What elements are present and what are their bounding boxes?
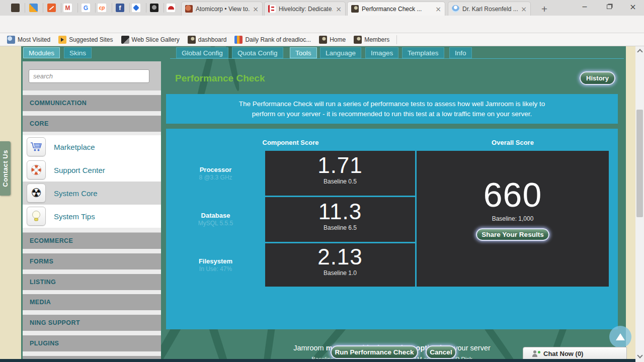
sidebar-gap [23,269,161,274]
cancel-button[interactable]: Cancel [426,345,456,359]
scrollbar-thumb[interactable] [636,110,643,217]
nav-tab-label: Info [455,49,466,57]
overall-score-header: Overall Score [417,139,609,146]
close-tab-icon[interactable]: × [521,6,527,13]
bookmark-daily-rank[interactable]: Daily Rank of dreadloc... [231,35,314,45]
new-tab-button[interactable]: + [537,3,551,15]
pinned-tab-transfer-icon[interactable] [132,4,140,12]
share-results-button[interactable]: Share Your Results [476,228,549,241]
contact-us-tab[interactable]: Contact Us [0,141,11,196]
tab-performance-check-active[interactable]: Performance Check ... × [347,2,445,16]
nav-tab-modules[interactable]: Modules [23,47,60,58]
nav-tab-label: Tools [295,49,311,57]
pinned-tab-facebook-icon[interactable]: f [116,4,124,12]
tab-dr-karl-rosenfeld[interactable]: Dr. Karl Rosenfeld ... × [448,2,531,16]
sidebar-section-ning-support[interactable]: NING SUPPORT [23,315,161,331]
close-icon: × [629,2,636,12]
tab-atomicorp[interactable]: Atomicorp • View to... × [181,2,263,16]
close-window-button[interactable]: × [622,0,644,13]
sidebar-section-plugins[interactable]: PLUGINS [23,335,161,351]
members-bookmark-icon [354,36,362,44]
run-performance-check-button[interactable]: Run Performance Check [331,345,418,359]
sidebar-section-communication[interactable]: COMMUNICATION [23,95,161,111]
minimize-button[interactable]: − [574,0,596,13]
blue-diamond [133,5,139,11]
processor-baseline: Baseline 0.5 [265,178,415,185]
sidebar-section-forms[interactable]: FORMS [23,253,161,269]
sidebar-section-core[interactable]: CORE [23,116,161,132]
close-tab-icon[interactable]: × [435,6,441,13]
row-sub-database: MySQL 5.5.5 [166,220,265,227]
close-tab-icon[interactable]: × [336,6,342,13]
red-shell-shape [168,6,174,10]
restore-button[interactable] [598,0,620,13]
nav-tab-label: Modules [29,49,54,57]
nav-underline [170,58,624,59]
nav-tab-language[interactable]: Language [320,47,361,58]
sidebar-item-system-tips[interactable]: System Tips [23,205,161,228]
suggested-sites-icon [58,36,66,44]
nav-tab-info[interactable]: Info [449,47,472,58]
nav-tab-global-config[interactable]: Global Config [176,47,228,58]
sidebar-gap [23,249,161,253]
nav-tab-quota-config[interactable]: Quota Config [232,47,283,58]
pinned-separator [164,3,164,13]
navigation-toolbar: ← https://www. dreadlockssite.com /core/… [0,16,644,33]
sidebar-search-input[interactable] [29,69,149,83]
sidebar-item-support-center[interactable]: Support Center [23,158,161,182]
bookmark-label: Daily Rank of dreadloc... [245,36,311,43]
sidebar-section-ecommerce[interactable]: ECOMMERCE [23,233,161,249]
nav-tab-tools[interactable]: Tools [290,47,317,58]
pinned-tab-sitemeter-icon[interactable] [47,4,56,12]
nav-tab-images[interactable]: Images [365,47,398,58]
score-box-filesystem: 2.13 Baseline 1.0 [265,243,415,287]
processor-score: 1.71 [265,153,415,178]
jamroom-site-favicon [351,5,359,13]
bookmarks-bar: Most Visited Suggested Sites Web Slice G… [0,33,644,46]
filesystem-baseline: Baseline 1.0 [265,269,415,277]
online-status-dot [538,351,540,353]
pinned-tab-google-icon[interactable]: G [82,4,90,12]
scrollbar-up-arrow[interactable] [635,47,644,54]
tab-hivelocity[interactable]: Hivelocity: Dedicate... × [264,2,346,16]
nav-tab-templates[interactable]: Templates [402,47,444,58]
atomicorp-favicon [185,5,193,13]
pinned-tab-adsense-icon[interactable] [29,4,38,12]
pinned-separator [146,3,146,13]
scroll-to-top-button[interactable] [609,326,631,348]
sidebar-item-marketplace[interactable]: Marketplace [23,135,161,158]
results-panel: Component Score Overall Score Processor … [166,129,618,329]
bookmark-home[interactable]: Home [316,35,349,45]
bookmark-members[interactable]: Members [351,35,392,45]
sidebar-gap [23,132,161,135]
nav-tab-skins[interactable]: Skins [64,47,92,58]
sidebar-item-label: Marketplace [54,143,95,151]
pinned-tab-gmail-icon[interactable]: M [63,4,72,12]
scrollbar-down-arrow[interactable] [635,353,644,360]
section-label: CORE [30,120,49,127]
radiation-glyph: ☢ [31,187,42,199]
bookmark-suggested-sites[interactable]: Suggested Sites [55,35,116,45]
sidebar-item-system-core[interactable]: ☢ System Core [23,182,161,205]
bookmark-web-slice-gallery[interactable]: Web Slice Gallery [118,35,183,45]
history-button[interactable]: History [580,71,615,85]
bookmark-dashboard[interactable]: dashboard [185,35,230,45]
close-tab-icon[interactable]: × [253,6,259,13]
bookmark-most-visited[interactable]: Most Visited [4,35,53,45]
score-box-processor: 1.71 Baseline 0.5 [265,151,415,196]
pinned-tab-cpanel-icon[interactable]: cp [98,4,106,12]
person-head [533,350,536,353]
sitemeter-zigzag [49,6,54,10]
pinned-tab-profile-photo-icon[interactable] [150,4,158,12]
vertical-scrollbar[interactable] [635,46,644,362]
bulb-icon [27,207,46,226]
pinned-tab-shell-icon[interactable] [167,4,175,12]
pinned-tab-site-photo-icon[interactable] [11,4,20,12]
sidebar-section-media[interactable]: MEDIA [23,294,161,310]
dashboard-icon [188,36,196,44]
run-button-label: Run Performance Check [335,348,414,356]
chat-now-widget[interactable]: Chat Now (0) [523,347,627,359]
sidebar-section-listing[interactable]: LISTING [23,274,161,290]
pinned-separator [77,3,78,13]
bookmark-label: Most Visited [18,36,50,43]
